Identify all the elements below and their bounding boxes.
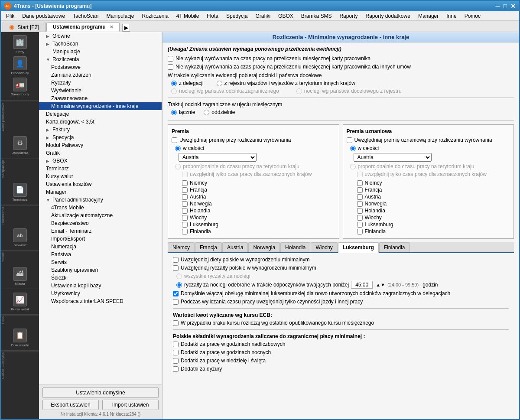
sidebar-terminarz-btn[interactable]: 📄 Terminarz [5,182,35,203]
tab-add-btn[interactable]: ▶ [122,24,130,32]
tree-panel[interactable]: ▼ Panel administracyjny [39,196,162,204]
radio-rejestru[interactable] [217,81,222,86]
menu-pomoc[interactable]: Pomoc [461,12,484,20]
ctab-norwegia[interactable]: Norwegia [248,242,280,252]
ctab-wlochy[interactable]: Włochy [311,242,337,252]
tab-ustawienia[interactable]: Ustawienia programu ✕ [46,22,120,32]
uzn-cb-francja[interactable] [357,187,363,193]
premia-uwzgl-check[interactable] [182,172,188,177]
premia-uzn-dropdown[interactable]: Austria Niemcy Francja Norwegia [354,153,432,162]
tree-ryczalty[interactable]: Ryczałty [39,79,162,87]
menu-rozl[interactable]: Rozliczenia [139,12,172,20]
uzn-cb-holandia[interactable] [357,208,363,214]
ctab-niemcy[interactable]: Niemcy [168,242,195,252]
menu-manager[interactable]: Manager [415,12,442,20]
tree-sciezki[interactable]: Ścieżki [39,274,162,282]
tree-email[interactable]: Email - Terminarz [39,227,162,235]
checkbox1[interactable] [168,56,173,62]
premia-uzn-check[interactable] [347,137,352,143]
menu-tacho[interactable]: TachoScan [69,12,102,20]
tree-serwis[interactable]: Serwis [39,258,162,266]
tree-wyswietlanie[interactable]: Wyświetlanie [39,87,162,94]
menu-flota[interactable]: Flota [203,12,222,20]
cb-holandia[interactable] [182,208,188,214]
menu-sped[interactable]: Spedycja [223,12,251,20]
menu-sms[interactable]: Bramka SMS [298,12,335,20]
premia-uzn-radio-prop[interactable] [350,164,356,169]
tree-karta[interactable]: Karta drogowa < 3,5t [39,118,162,126]
radio-oddzielnie[interactable] [204,110,209,115]
uzn-cb-finlandia[interactable] [357,229,363,234]
tree-wspolpraca[interactable]: Współpraca z interLAN SPEED [39,297,162,305]
sidebar-miasta-btn[interactable]: 🏙 Miasta [5,266,35,287]
tree-podstawowe[interactable]: Podstawowe [39,63,162,71]
polish-cb4[interactable] [173,366,179,372]
sidebar-dokumenty-btn[interactable]: 📋 Dokumenty [5,327,35,348]
menu-dane[interactable]: Dane podstawowe [19,12,68,20]
menu-raporty[interactable]: Raporty [336,12,361,20]
tree-panstwa[interactable]: Państwa [39,251,162,258]
ctab-francja[interactable]: Francja [195,242,222,252]
time-input[interactable] [351,281,373,289]
ctab-luksemburg[interactable]: Luksemburg [338,242,379,253]
defaults-btn[interactable]: Ustawienia domyślne [42,387,159,398]
tree-manager[interactable]: Manager [39,188,162,196]
premia-radio-wcalosci[interactable] [175,146,181,151]
tree-tachoscan[interactable]: ▶ TachoScan [39,40,162,48]
checkbox2[interactable] [168,64,173,70]
tree-delegacje[interactable]: Delegacje [39,110,162,118]
tab-start[interactable]: ◉ Start [F2] [3,22,46,32]
tree-4trans-mobile[interactable]: 4Trans Mobile [39,204,162,212]
export-btn[interactable]: Eksport ustawień [42,400,99,410]
cb-francja[interactable] [182,187,188,193]
tree-ust-kosztow[interactable]: Ustawienia kosztów [39,180,162,188]
tree-min-wynagrodzenie[interactable]: Minimalne wynagrodzenie - inne kraje [39,102,162,110]
uzn-cb-wlochy[interactable] [357,215,363,221]
premia-uzn-uwzgl-check[interactable] [357,172,363,177]
tab-cb4[interactable] [173,299,179,305]
tree-bezp[interactable]: Bezpieczeństwo [39,219,162,227]
ecb-check[interactable] [173,320,179,326]
tab-radio1[interactable] [176,273,182,279]
radio-odcinka[interactable] [171,88,177,94]
tree-numeracja[interactable]: Numeracja [39,243,162,251]
tree-uzytkownicy[interactable]: Użytkownicy [39,290,162,297]
premia-uzn-radio-wcalosci[interactable] [350,146,356,151]
menu-inne[interactable]: Inne [443,12,460,20]
cb-austria[interactable] [182,194,188,200]
tree-rozliczenia[interactable]: ▼ Rozliczenia [39,55,162,63]
tree-zaawansowane[interactable]: Zaawansowane [39,94,162,102]
tree-import[interactable]: Import/Eksport [39,235,162,243]
tree-modul[interactable]: Moduł Paliwowy [39,141,162,149]
tree-grafik[interactable]: Grafik [39,149,162,157]
premia-dropdown[interactable]: Austria Niemcy Francja Norwegia [179,153,257,162]
tab-cb1[interactable] [173,257,179,263]
menu-mobile[interactable]: 4T Mobile [173,12,202,20]
tree-aktualizacje[interactable]: Aktualizacje automatyczne [39,212,162,219]
radio-lacznie[interactable] [171,110,177,115]
tree-szablony[interactable]: Szablony uprawnień [39,266,162,274]
sidebar-slowniki-btn[interactable]: ab Słowniki [5,227,35,248]
tab-close-btn[interactable]: ✕ [110,25,113,29]
tree-faktury[interactable]: ▶ Faktury [39,126,162,133]
uzn-cb-niemcy[interactable] [357,180,363,186]
ctab-holandia[interactable]: Holandia [280,242,310,252]
cb-norwegia[interactable] [182,201,188,207]
radio-docelowego[interactable] [296,88,302,94]
polish-cb3[interactable] [173,358,179,364]
uzn-cb-austria[interactable] [357,194,363,200]
ctab-austria[interactable]: Austria [222,242,248,252]
sidebar-kursywalut-btn[interactable]: 📈 Kursy walut [5,291,35,313]
menu-rdod[interactable]: Raporty dodatkowe [362,12,413,20]
sidebar-firmy-btn[interactable]: 🏢 Firmy [5,34,35,55]
tree-manipulacje[interactable]: Manipulacje [39,48,162,55]
sidebar-ustawienia-btn[interactable]: ⚙ Ustawienia [5,135,35,156]
cb-finlandia[interactable] [182,229,188,234]
tree-gbox[interactable]: ▶ GBOX [39,157,162,165]
tree-glavne[interactable]: ▶ Główne [39,32,162,40]
maximize-btn[interactable]: □ [504,3,507,10]
sidebar-samochody-btn[interactable]: 🚛 Samochody [5,76,35,98]
menu-manip[interactable]: Manipulacje [103,12,137,20]
tab-cb3[interactable] [173,291,179,296]
cb-niemcy[interactable] [182,180,188,186]
